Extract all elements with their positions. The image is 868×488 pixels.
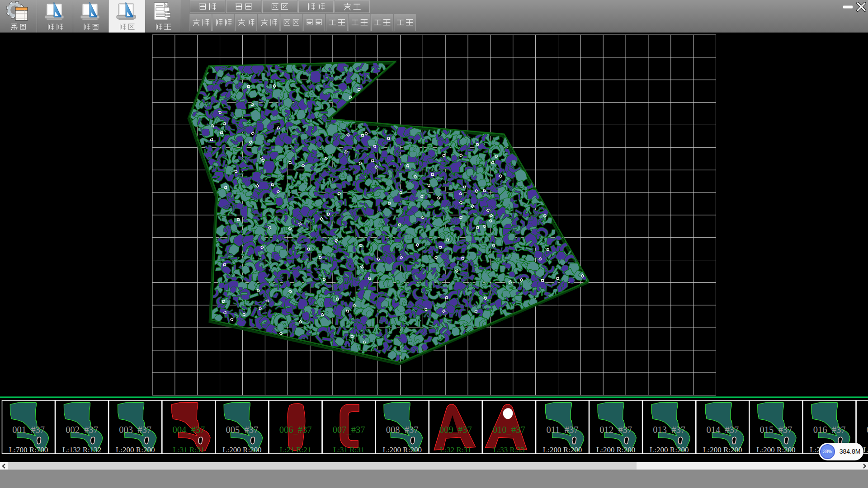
svg-text:015_#37: 015_#37 <box>760 425 793 435</box>
svg-text:011_#37: 011_#37 <box>547 425 579 435</box>
svg-text:013_#37: 013_#37 <box>653 425 685 435</box>
svg-text:010_#37: 010_#37 <box>493 425 525 435</box>
svg-text:L:700 R:700: L:700 R:700 <box>9 446 48 454</box>
svg-text:008_#37: 008_#37 <box>386 425 419 435</box>
svg-text:L:132 R:132: L:132 R:132 <box>62 446 101 454</box>
svg-text:L:200 R:200: L:200 R:200 <box>222 446 261 454</box>
svg-text:005_#37: 005_#37 <box>226 425 259 435</box>
svg-text:016_#37: 016_#37 <box>813 425 846 435</box>
svg-text:L:200 R:200: L:200 R:200 <box>116 446 155 454</box>
svg-text:L:200 R:200: L:200 R:200 <box>382 446 421 454</box>
svg-text:L:32 R:31: L:32 R:31 <box>440 446 471 454</box>
svg-text:L:200 R:200: L:200 R:200 <box>543 446 582 454</box>
svg-text:006_#37: 006_#37 <box>279 425 312 435</box>
svg-text:014_#37: 014_#37 <box>706 425 739 435</box>
svg-text:L:200 R:200: L:200 R:200 <box>863 446 868 454</box>
svg-text:004_#37: 004_#37 <box>172 425 205 435</box>
svg-text:001_#37: 001_#37 <box>12 425 45 435</box>
svg-text:007_#37: 007_#37 <box>333 425 365 435</box>
svg-text:003_#37: 003_#37 <box>119 425 151 435</box>
svg-text:L:200 R:200: L:200 R:200 <box>756 446 795 454</box>
svg-text:L:33 R:33: L:33 R:33 <box>493 446 524 454</box>
svg-text:L:200 R:200: L:200 R:200 <box>650 446 689 454</box>
svg-text:L:21 R:21: L:21 R:21 <box>280 446 311 454</box>
svg-text:012_#37: 012_#37 <box>599 425 632 435</box>
svg-text:L:31 R:31: L:31 R:31 <box>333 446 364 454</box>
svg-text:009_#37: 009_#37 <box>439 425 472 435</box>
svg-text:L:31 R:31: L:31 R:31 <box>173 446 204 454</box>
svg-text:L:200 R:200: L:200 R:200 <box>703 446 742 454</box>
svg-text:002_#37: 002_#37 <box>66 425 98 435</box>
svg-text:L:200 R:200: L:200 R:200 <box>596 446 635 454</box>
